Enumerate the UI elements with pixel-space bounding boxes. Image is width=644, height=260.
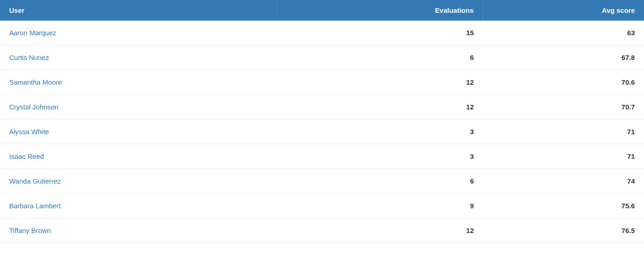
user-cell: Samantha Moore	[0, 70, 277, 95]
user-link[interactable]: Wanda Gutierrez	[9, 177, 61, 185]
table-row: Crystal Johnson 12 70.7	[0, 95, 644, 119]
avg-score-cell: 67.8	[483, 45, 644, 70]
user-link[interactable]: Barbara Lambert	[9, 202, 61, 210]
table-row: Isaac Reed 3 71	[0, 144, 644, 169]
column-header-user[interactable]: User	[0, 0, 277, 21]
avg-score-cell: 76.5	[483, 218, 644, 243]
evaluations-cell: 6	[277, 45, 483, 70]
evaluations-cell: 12	[277, 95, 483, 119]
table-row: Barbara Lambert 9 75.6	[0, 194, 644, 218]
user-link[interactable]: Curtis Nunez	[9, 54, 49, 61]
table-row: Tiffany Brown 12 76.5	[0, 218, 644, 243]
evaluations-cell: 3	[277, 119, 483, 144]
table-body: Aaron Marquez 15 63 Curtis Nunez 6 67.8 …	[0, 21, 644, 243]
avg-score-cell: 63	[483, 21, 644, 45]
user-link[interactable]: Isaac Reed	[9, 152, 44, 160]
table-row: Wanda Gutierrez 6 74	[0, 169, 644, 194]
avg-score-cell: 71	[483, 144, 644, 169]
user-cell: Tiffany Brown	[0, 218, 277, 243]
table-row: Samantha Moore 12 70.6	[0, 70, 644, 95]
user-cell: Alyssa White	[0, 119, 277, 144]
avg-score-cell: 71	[483, 119, 644, 144]
user-cell: Barbara Lambert	[0, 194, 277, 218]
user-cell: Curtis Nunez	[0, 45, 277, 70]
user-link[interactable]: Samantha Moore	[9, 78, 62, 86]
avg-score-cell: 70.6	[483, 70, 644, 95]
evaluations-cell: 9	[277, 194, 483, 218]
table-row: Aaron Marquez 15 63	[0, 21, 644, 45]
user-link[interactable]: Crystal Johnson	[9, 103, 59, 111]
avg-score-cell: 74	[483, 169, 644, 194]
table-row: Curtis Nunez 6 67.8	[0, 45, 644, 70]
column-header-evaluations[interactable]: Evaluations	[277, 0, 483, 21]
user-cell: Isaac Reed	[0, 144, 277, 169]
evaluations-cell: 12	[277, 70, 483, 95]
avg-score-cell: 70.7	[483, 95, 644, 119]
user-evaluations-table: User Evaluations Avg score Aaron Marquez…	[0, 0, 644, 243]
user-cell: Wanda Gutierrez	[0, 169, 277, 194]
table-row: Alyssa White 3 71	[0, 119, 644, 144]
table-header-row: User Evaluations Avg score	[0, 0, 644, 21]
evaluations-cell: 3	[277, 144, 483, 169]
user-cell: Crystal Johnson	[0, 95, 277, 119]
evaluations-cell: 6	[277, 169, 483, 194]
avg-score-cell: 75.6	[483, 194, 644, 218]
evaluations-cell: 15	[277, 21, 483, 45]
user-link[interactable]: Tiffany Brown	[9, 227, 51, 234]
evaluations-cell: 12	[277, 218, 483, 243]
user-link[interactable]: Aaron Marquez	[9, 29, 56, 37]
column-header-avg-score[interactable]: Avg score	[483, 0, 644, 21]
user-cell: Aaron Marquez	[0, 21, 277, 45]
user-link[interactable]: Alyssa White	[9, 128, 49, 135]
